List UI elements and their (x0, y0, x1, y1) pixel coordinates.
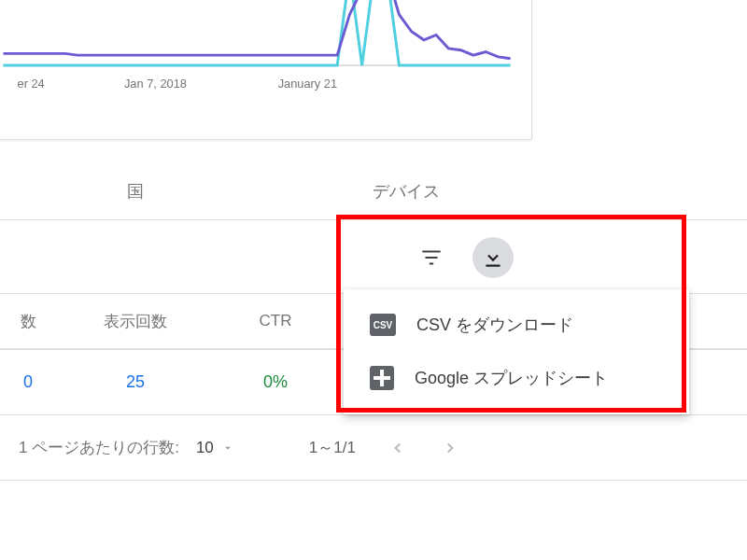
download-csv[interactable]: CSV CSV をダウンロード (344, 299, 689, 351)
download-menu: CSV CSV をダウンロード Google スプレッドシート (344, 289, 689, 414)
chevron-down-icon (221, 441, 234, 455)
dimension-tabs: 国 デバイス (0, 163, 747, 219)
download-icon (481, 245, 505, 270)
filter-button[interactable] (411, 237, 452, 278)
col-ctr: CTR (215, 312, 336, 330)
pagination: 1 ページあたりの行数: 10 1～1/1 (0, 415, 747, 481)
download-button[interactable] (472, 237, 514, 278)
cell-clicks[interactable]: 0 (0, 372, 56, 392)
svg-text:January 21: January 21 (278, 77, 337, 91)
csv-icon: CSV (370, 314, 396, 336)
col-impressions: 表示回数 (56, 311, 215, 332)
col-clicks: 数 (0, 311, 56, 332)
trend-chart: er 24 Jan 7, 2018 January 21 (0, 0, 531, 139)
svg-text:er 24: er 24 (18, 77, 45, 91)
download-csv-label: CSV をダウンロード (416, 314, 573, 336)
rows-per-page-value: 10 (196, 439, 214, 457)
prev-page-button[interactable] (384, 434, 412, 462)
chevron-right-icon (442, 440, 458, 456)
toolbar-row (0, 219, 747, 294)
rows-per-page-select[interactable]: 10 (196, 439, 234, 457)
sheets-icon (370, 366, 394, 390)
cell-impressions[interactable]: 25 (56, 372, 215, 392)
tab-device[interactable]: デバイス (271, 165, 542, 217)
svg-text:Jan 7, 2018: Jan 7, 2018 (124, 77, 187, 91)
cell-ctr[interactable]: 0% (215, 372, 336, 392)
download-sheets-label: Google スプレッドシート (415, 367, 608, 389)
tab-country[interactable]: 国 (0, 165, 271, 217)
filter-icon (419, 245, 444, 270)
page-range: 1～1/1 (309, 437, 356, 458)
next-page-button[interactable] (436, 434, 464, 462)
download-sheets[interactable]: Google スプレッドシート (344, 351, 689, 405)
rows-per-page-label: 1 ページあたりの行数: (19, 437, 179, 458)
chevron-left-icon (389, 440, 406, 456)
chart-card: er 24 Jan 7, 2018 January 21 (0, 0, 532, 140)
